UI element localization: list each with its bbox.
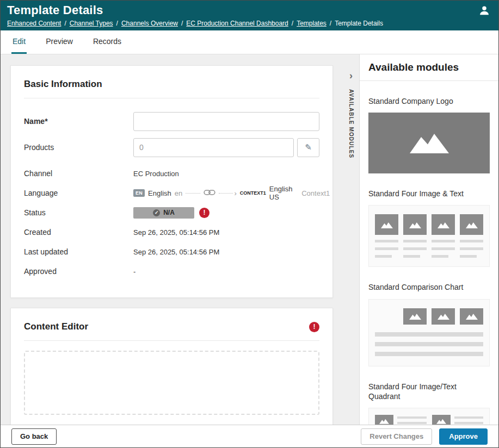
text-placeholder-bar [397,422,427,424]
approved-label: Approved [24,267,133,276]
image-placeholder [432,308,455,325]
channel-row: Channel EC Production [24,164,319,183]
approved-value: - [133,267,135,276]
text-placeholder-bar [460,247,483,250]
dotted-connector [186,193,200,194]
text-placeholder-bar [454,416,484,419]
last-updated-row: Last updated Sep 26, 2025, 05:14:56 PM [24,242,319,262]
image-placeholder [403,308,427,325]
breadcrumb-enhanced-content[interactable]: Enhanced Content [7,20,61,27]
status-error-icon: ! [199,208,210,218]
module-standard-four-image-text-quadrant[interactable]: Standard Four Image/Text Quadrant [368,382,490,425]
module-thumbnail [368,205,490,267]
approved-row: Approved - [24,262,319,281]
breadcrumb-channels-overview[interactable]: Channels Overview [121,20,178,27]
content-editor-card: Content Editor ! [10,308,333,425]
name-input[interactable] [133,112,319,131]
link-icon [204,189,215,197]
comparison-images-row [375,308,483,325]
text-placeholder-bar [460,255,477,258]
text-placeholder-bar [375,240,398,242]
text-placeholder-bar [397,416,427,419]
breadcrumb-separator: / [330,20,331,27]
breadcrumb-channel-types[interactable]: Channel Types [70,20,113,27]
content-editor-dropzone[interactable] [24,351,319,415]
products-label: Products [24,143,133,152]
last-updated-value: Sep 26, 2025, 05:14:56 PM [133,248,219,256]
basic-information-header: Basic Information [24,79,319,98]
image-placeholder [460,214,483,235]
language-value: EN English en › CONTEXT1 English US Cont… [133,185,330,201]
text-placeholder-bar [375,255,392,258]
name-row: Name* [24,111,319,131]
image-placeholder [375,415,393,425]
breadcrumb-separator: / [292,20,293,27]
go-back-button[interactable]: Go back [11,428,57,445]
breadcrumb-ec-production-channel-dashboard[interactable]: EC Production Channel Dashboard [186,20,288,27]
footer-bar: Go back Revert Changes Approve [1,425,498,447]
available-modules-collapse-strip[interactable]: › AVAILABLE MODULES [343,54,359,425]
status-badge: ✓ N/A [133,207,194,219]
module-standard-comparison-chart[interactable]: Standard Comparison Chart [368,282,490,366]
language-label: Language [24,189,133,197]
content-editor-header: Content Editor ! [24,321,319,341]
module-standard-four-image-text[interactable]: Standard Four Image & Text [368,189,490,267]
last-updated-label: Last updated [24,247,133,256]
tab-records[interactable]: Records [92,30,122,54]
text-placeholder-bar [454,422,484,424]
module-standard-company-logo[interactable]: Standard Company Logo [368,96,490,173]
main-column: Basic Information Name* Products ✎ Chann… [1,54,343,425]
content-editor-title: Content Editor [24,321,88,332]
language-row: Language EN English en › CONTEXT1 Englis… [24,183,319,203]
module-label: Standard Four Image/Text Quadrant [368,382,490,401]
arrow-right-icon: › [234,189,236,197]
content-area: Basic Information Name* Products ✎ Chann… [1,54,498,425]
text-placeholder-bars [397,415,427,425]
products-row: Products ✎ [24,138,319,157]
module-label: Standard Four Image & Text [368,189,490,198]
approve-button[interactable]: Approve [439,428,488,445]
empty-cell [375,308,398,325]
language-target-context: Context1 [301,189,330,197]
row-placeholder-bar [375,352,483,356]
tab-bar: Edit Preview Records [1,30,498,54]
products-input[interactable] [133,138,294,157]
language-target-name: English US [269,185,298,201]
thumbnail-cell [375,214,398,258]
breadcrumb-separator: / [181,20,183,27]
thumbnail-cell [432,214,455,258]
basic-information-fields: Name* Products ✎ Channel EC Production L… [24,111,319,281]
status-badge-text: N/A [163,209,175,216]
channel-label: Channel [24,169,133,178]
module-label: Standard Company Logo [368,96,490,106]
user-icon[interactable] [479,5,490,18]
revert-changes-button[interactable]: Revert Changes [361,428,432,445]
tab-edit[interactable]: Edit [11,30,27,54]
page-header: Template Details Enhanced Content / Chan… [1,1,498,30]
image-placeholder [403,214,427,235]
row-placeholder-bar [375,332,483,337]
breadcrumb-separator: / [64,20,66,27]
module-thumbnail [368,113,490,173]
language-source-badge: EN [133,189,145,197]
breadcrumb-separator: / [116,20,118,27]
pencil-icon: ✎ [305,142,312,152]
text-placeholder-bar [375,247,398,250]
tab-preview[interactable]: Preview [45,30,74,54]
modules-list: Standard Company Logo Standard Four Imag… [360,96,498,425]
created-row: Created Sep 26, 2025, 05:14:56 PM [24,222,319,242]
basic-information-card: Basic Information Name* Products ✎ Chann… [10,65,333,298]
breadcrumb-templates[interactable]: Templates [297,20,326,27]
text-placeholder-bar [403,255,420,258]
row-placeholder-bar [375,342,483,346]
chevron-right-icon[interactable]: › [349,71,353,80]
channel-value: EC Production [133,170,179,178]
language-source-name: English [148,189,171,197]
language-source-code: en [175,189,182,197]
edit-products-button[interactable]: ✎ [297,138,319,157]
thumbnail-cell [432,415,484,425]
text-placeholder-bar [432,240,455,242]
basic-information-title: Basic Information [24,79,102,90]
check-icon: ✓ [153,209,160,216]
available-modules-title: Available modules [360,54,498,81]
